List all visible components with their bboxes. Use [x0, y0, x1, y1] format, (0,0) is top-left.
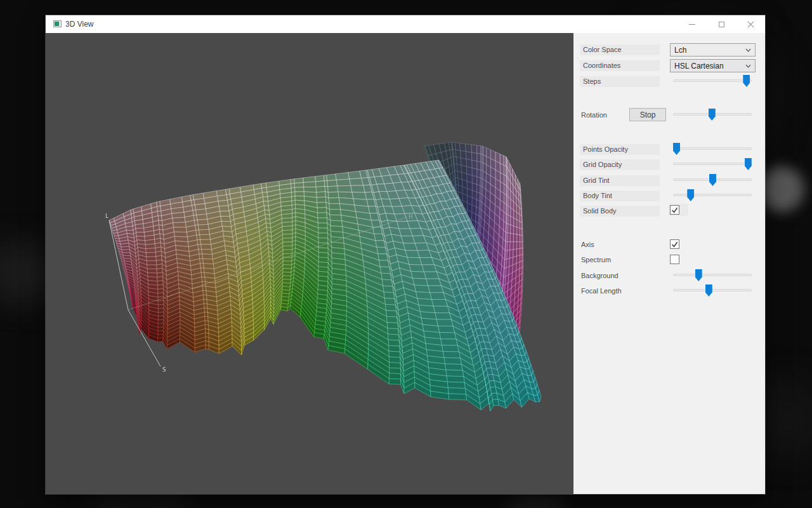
chevron-down-icon [745, 64, 751, 68]
close-icon [747, 21, 754, 28]
color-space-mesh-canvas[interactable] [46, 33, 573, 494]
rotation-stop-button[interactable]: Stop [629, 108, 666, 121]
slider-track[interactable] [673, 147, 752, 150]
close-button[interactable] [736, 15, 765, 33]
desktop-background: 3D View Color Space Lch Coordinates HSL … [0, 0, 812, 508]
slider-track[interactable] [673, 274, 752, 276]
viewport-3d[interactable] [46, 33, 573, 494]
points-opacity-slider[interactable] [673, 147, 752, 150]
focal-length-slider[interactable] [673, 289, 752, 291]
rotation-slider[interactable] [673, 113, 752, 116]
window-content: Color Space Lch Coordinates HSL Cartesia… [46, 33, 765, 494]
axis-checkbox[interactable] [670, 239, 679, 249]
slider-track[interactable] [673, 163, 752, 165]
coordinates-dropdown[interactable]: HSL Cartesian [670, 59, 756, 72]
spectrum-checkbox[interactable] [670, 255, 679, 264]
slider-thumb[interactable] [743, 75, 750, 87]
maximize-button[interactable] [707, 15, 736, 33]
grid-opacity-label: Grid Opacity [580, 159, 660, 170]
slider-thumb[interactable] [705, 284, 712, 297]
axis-label: Axis [581, 240, 594, 249]
slider-track[interactable] [673, 194, 752, 196]
steps-slider[interactable] [673, 79, 752, 82]
slider-thumb[interactable] [709, 109, 716, 121]
solid-body-checkbox[interactable] [670, 205, 679, 215]
maximize-icon [719, 22, 724, 27]
coordinates-label: Coordinates [580, 60, 660, 71]
chevron-down-icon [745, 48, 751, 52]
minimize-button[interactable] [678, 15, 707, 33]
settings-panel: Color Space Lch Coordinates HSL Cartesia… [573, 33, 765, 494]
focal-length-label: Focal Length [581, 286, 622, 295]
rotation-label: Rotation [581, 110, 607, 119]
minimize-icon [689, 24, 695, 25]
window-title-bar[interactable]: 3D View [46, 15, 765, 33]
check-icon [671, 207, 678, 213]
bokeh-blob [759, 166, 804, 212]
slider-thumb[interactable] [673, 143, 680, 155]
grid-tint-slider[interactable] [673, 178, 752, 181]
body-tint-slider[interactable] [673, 194, 752, 196]
slider-track[interactable] [673, 289, 752, 291]
steps-label: Steps [580, 76, 660, 87]
body-tint-label: Body Tint [580, 190, 660, 201]
check-icon [671, 241, 678, 248]
color-space-value: Lch [674, 46, 686, 55]
slider-thumb[interactable] [695, 269, 702, 281]
spectrum-label: Spectrum [581, 255, 611, 264]
background-slider[interactable] [673, 274, 752, 276]
background-label: Background [581, 271, 619, 280]
slider-track[interactable] [673, 79, 752, 82]
app-icon [53, 20, 62, 27]
color-space-dropdown[interactable]: Lch [670, 43, 756, 57]
grid-opacity-slider[interactable] [673, 163, 752, 165]
slider-thumb[interactable] [709, 174, 716, 186]
points-opacity-label: Points Opacity [580, 144, 660, 155]
app-window: 3D View Color Space Lch Coordinates HSL … [46, 15, 765, 494]
coordinates-value: HSL Cartesian [674, 62, 724, 70]
grid-tint-label: Grid Tint [580, 175, 660, 186]
window-title: 3D View [65, 20, 93, 29]
slider-thumb[interactable] [687, 189, 694, 201]
solid-body-label: Solid Body [580, 206, 660, 217]
color-space-label: Color Space [580, 44, 660, 55]
slider-thumb[interactable] [745, 158, 752, 170]
